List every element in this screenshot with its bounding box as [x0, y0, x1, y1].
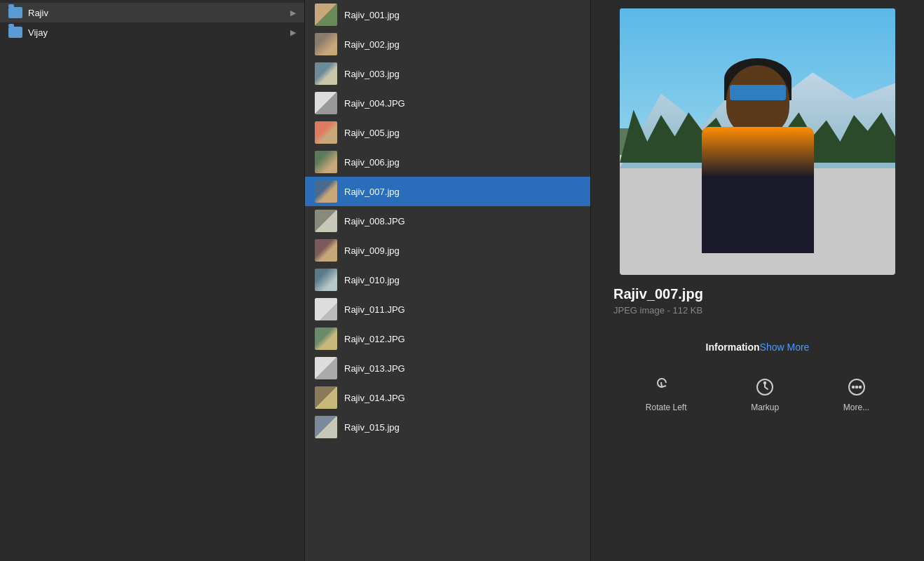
- actions-row: Rotate Left Markup More..: [591, 362, 924, 424]
- file-name: Rajiv_006.jpg: [344, 157, 400, 168]
- file-thumbnail: [315, 4, 337, 26]
- markup-label: Markup: [751, 403, 779, 412]
- file-name: Rajiv_014.JPG: [344, 393, 405, 403]
- preview-meta: JPEG image - 112 KB: [613, 305, 902, 316]
- info-label: Information: [706, 342, 760, 353]
- file-name: Rajiv_005.jpg: [344, 128, 400, 138]
- file-thumbnail: [315, 239, 337, 262]
- file-thumbnail: [315, 416, 337, 438]
- rotate-left-label: Rotate Left: [646, 403, 687, 412]
- file-thumbnail: [315, 151, 337, 173]
- file-name: Rajiv_012.JPG: [344, 334, 405, 344]
- file-thumbnail: [315, 121, 337, 144]
- list-item[interactable]: Rajiv_001.jpg: [305, 0, 590, 29]
- file-name: Rajiv_003.jpg: [344, 69, 400, 79]
- folder-label: Vijay: [28, 27, 48, 38]
- file-name: Rajiv_007.jpg: [344, 187, 400, 197]
- file-thumbnail: [315, 62, 337, 85]
- preview-panel: Rajiv_007.jpg JPEG image - 112 KB Inform…: [591, 0, 924, 561]
- chevron-right-icon: ▶: [290, 8, 296, 18]
- list-item[interactable]: Rajiv_008.JPG: [305, 206, 590, 236]
- file-list: Rajiv_001.jpgRajiv_002.jpgRajiv_003.jpgR…: [305, 0, 591, 561]
- list-item[interactable]: Rajiv_003.jpg: [305, 59, 590, 88]
- more-icon: [845, 376, 868, 398]
- file-thumbnail: [315, 298, 337, 320]
- rotate-left-button[interactable]: Rotate Left: [646, 376, 687, 412]
- file-name: Rajiv_010.jpg: [344, 275, 400, 285]
- file-thumbnail: [315, 327, 337, 350]
- sidebar-item-vijay[interactable]: Vijay ▶: [0, 22, 304, 42]
- more-label: More...: [843, 403, 869, 412]
- folder-label: Rajiv: [28, 8, 48, 18]
- rotate-left-icon: [655, 376, 677, 398]
- file-name: Rajiv_002.jpg: [344, 39, 400, 50]
- file-name: Rajiv_015.jpg: [344, 422, 400, 433]
- list-item[interactable]: Rajiv_013.JPG: [305, 353, 590, 383]
- file-thumbnail: [315, 180, 337, 203]
- more-button[interactable]: More...: [843, 376, 869, 412]
- file-name: Rajiv_011.JPG: [344, 304, 405, 315]
- svg-point-5: [859, 386, 861, 388]
- file-thumbnail: [315, 357, 337, 379]
- list-item[interactable]: Rajiv_006.jpg: [305, 147, 590, 177]
- show-more-button[interactable]: Show More: [760, 342, 810, 353]
- list-item[interactable]: Rajiv_012.JPG: [305, 324, 590, 353]
- file-name: Rajiv_013.JPG: [344, 363, 405, 374]
- file-name: Rajiv_009.jpg: [344, 245, 400, 256]
- file-thumbnail: [315, 269, 337, 291]
- list-item[interactable]: Rajiv_004.JPG: [305, 88, 590, 118]
- file-thumbnail: [315, 92, 337, 114]
- preview-info: Rajiv_007.jpg JPEG image - 112 KB: [591, 275, 924, 332]
- file-thumbnail: [315, 33, 337, 55]
- preview-filename: Rajiv_007.jpg: [613, 286, 902, 302]
- list-item[interactable]: Rajiv_005.jpg: [305, 118, 590, 147]
- file-name: Rajiv_004.JPG: [344, 98, 405, 109]
- info-row: Information Show More: [684, 333, 832, 361]
- file-thumbnail: [315, 386, 337, 409]
- list-item[interactable]: Rajiv_014.JPG: [305, 383, 590, 412]
- svg-point-4: [855, 386, 857, 388]
- list-item[interactable]: Rajiv_010.jpg: [305, 265, 590, 295]
- list-item[interactable]: Rajiv_007.jpg: [305, 177, 590, 206]
- folder-icon: [8, 27, 22, 38]
- file-thumbnail: [315, 210, 337, 232]
- list-item[interactable]: Rajiv_002.jpg: [305, 29, 590, 59]
- file-name: Rajiv_001.jpg: [344, 10, 400, 20]
- markup-icon: [754, 376, 776, 398]
- svg-point-3: [852, 386, 854, 388]
- list-item[interactable]: Rajiv_011.JPG: [305, 295, 590, 324]
- list-item[interactable]: Rajiv_015.jpg: [305, 412, 590, 442]
- sidebar-item-rajiv[interactable]: Rajiv ▶: [0, 3, 304, 22]
- chevron-right-icon: ▶: [290, 28, 296, 37]
- folder-icon: [8, 7, 22, 18]
- markup-button[interactable]: Markup: [751, 376, 779, 412]
- preview-image: [620, 8, 895, 275]
- svg-point-1: [764, 382, 766, 384]
- sidebar: Rajiv ▶ Vijay ▶: [0, 0, 305, 561]
- file-name: Rajiv_008.JPG: [344, 216, 405, 227]
- list-item[interactable]: Rajiv_009.jpg: [305, 236, 590, 265]
